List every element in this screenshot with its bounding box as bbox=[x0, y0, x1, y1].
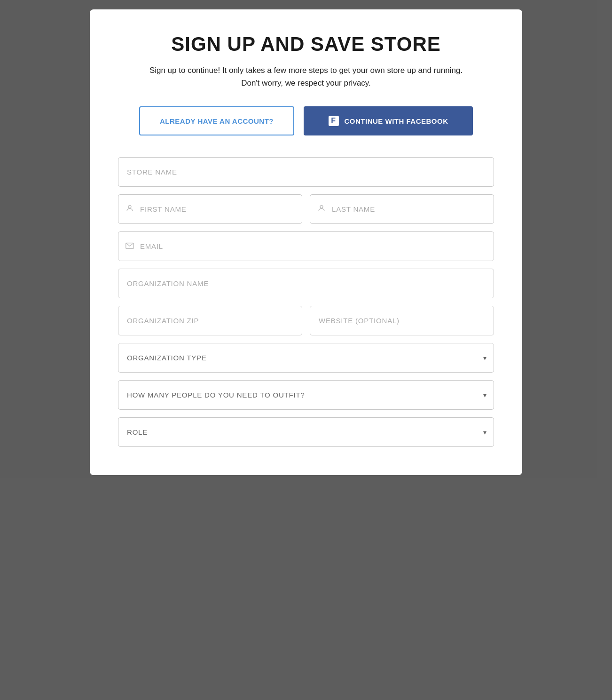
already-have-account-button[interactable]: ALREADY HAVE AN ACCOUNT? bbox=[139, 106, 294, 135]
first-name-field bbox=[118, 194, 302, 224]
org-zip-input[interactable] bbox=[118, 306, 302, 335]
outfit-count-field: HOW MANY PEOPLE DO YOU NEED TO OUTFIT? 1… bbox=[118, 380, 494, 410]
subtitle-line2: Don't worry, we respect your privacy. bbox=[241, 79, 371, 88]
name-row bbox=[118, 194, 494, 224]
org-zip-field bbox=[118, 306, 302, 335]
modal-subtitle: Sign up to continue! It only takes a few… bbox=[118, 64, 494, 89]
subtitle-line1: Sign up to continue! It only takes a few… bbox=[149, 66, 463, 75]
org-name-input[interactable] bbox=[118, 269, 494, 298]
first-name-input[interactable] bbox=[118, 194, 302, 224]
org-type-select[interactable]: ORGANIZATION TYPE Nonprofit School Busin… bbox=[118, 343, 494, 373]
signup-form: ORGANIZATION TYPE Nonprofit School Busin… bbox=[118, 157, 494, 447]
email-input[interactable] bbox=[118, 231, 494, 261]
last-name-input[interactable] bbox=[310, 194, 494, 224]
role-select[interactable]: ROLE Admin Manager Member bbox=[118, 417, 494, 447]
last-name-field bbox=[310, 194, 494, 224]
facebook-button-label: CONTINUE WITH FACEBOOK bbox=[345, 117, 448, 125]
website-field bbox=[310, 306, 494, 335]
facebook-continue-button[interactable]: f CONTINUE WITH FACEBOOK bbox=[304, 106, 473, 135]
store-name-field bbox=[118, 157, 494, 187]
modal-title: SIGN UP AND SAVE STORE bbox=[118, 33, 494, 56]
org-type-field: ORGANIZATION TYPE Nonprofit School Busin… bbox=[118, 343, 494, 373]
facebook-icon: f bbox=[329, 116, 339, 126]
action-buttons: ALREADY HAVE AN ACCOUNT? f CONTINUE WITH… bbox=[118, 106, 494, 135]
outfit-count-select[interactable]: HOW MANY PEOPLE DO YOU NEED TO OUTFIT? 1… bbox=[118, 380, 494, 410]
org-details-row bbox=[118, 306, 494, 335]
overlay: SIGN UP AND SAVE STORE Sign up to contin… bbox=[0, 0, 612, 700]
email-field bbox=[118, 231, 494, 261]
role-field: ROLE Admin Manager Member ▾ bbox=[118, 417, 494, 447]
website-input[interactable] bbox=[310, 306, 494, 335]
store-name-input[interactable] bbox=[118, 157, 494, 187]
signup-modal: SIGN UP AND SAVE STORE Sign up to contin… bbox=[90, 9, 522, 475]
org-name-field bbox=[118, 269, 494, 298]
